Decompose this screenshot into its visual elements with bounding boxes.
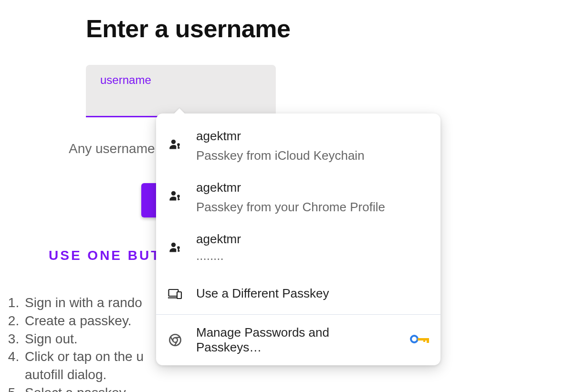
step-item: Select a passkey. (23, 384, 587, 392)
svg-rect-11 (178, 250, 180, 251)
use-different-passkey-label: Use a Different Passkey (196, 286, 329, 301)
suggestion-username: agektmr (196, 232, 241, 247)
svg-rect-3 (178, 147, 180, 148)
helper-text: Any username (69, 141, 155, 156)
svg-rect-14 (177, 292, 181, 299)
suggestion-username: agektmr (196, 129, 365, 144)
svg-rect-7 (178, 199, 180, 200)
passkey-suggestion-chrome-profile[interactable]: agektmr Passkey from your Chrome Profile (156, 172, 440, 223)
username-label: username (100, 73, 262, 87)
svg-point-8 (171, 243, 176, 247)
passkey-icon (168, 232, 183, 254)
passkey-icon (168, 129, 183, 151)
passkey-suggestion-icloud[interactable]: agektmr Passkey from iCloud Keychain (156, 120, 440, 172)
chrome-icon (168, 333, 183, 347)
manage-passwords-label: Manage Passwords and Passkeys… (196, 325, 397, 355)
page-title: Enter a username (86, 14, 587, 43)
suggestion-username: agektmr (196, 180, 385, 195)
autofill-popover: agektmr Passkey from iCloud Keychain age… (156, 113, 440, 365)
svg-point-0 (171, 140, 176, 144)
suggestion-password-mask: ········ (196, 251, 241, 266)
svg-point-4 (171, 191, 176, 196)
suggestion-source: Passkey from iCloud Keychain (196, 148, 365, 163)
password-suggestion[interactable]: agektmr ········ (156, 223, 440, 275)
passkey-icon (168, 180, 183, 202)
use-different-passkey[interactable]: Use a Different Passkey (156, 275, 440, 312)
suggestion-source: Passkey from your Chrome Profile (196, 200, 385, 215)
manage-passwords[interactable]: Manage Passwords and Passkeys… (156, 315, 440, 365)
key-icon (410, 335, 429, 345)
devices-icon (168, 288, 183, 299)
